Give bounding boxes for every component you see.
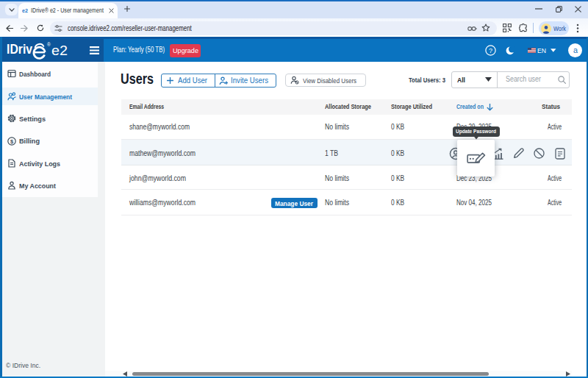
svg-text:$: $ [10,138,14,144]
svg-text:?: ? [489,47,492,54]
